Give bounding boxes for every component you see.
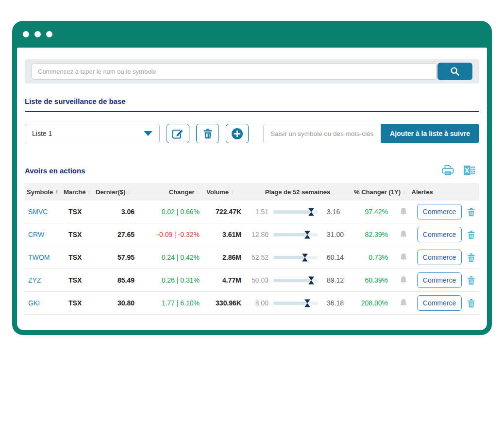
pct-change-1y-cell: 0.73% xyxy=(352,253,391,261)
range-slider-cell xyxy=(270,233,321,236)
range-slider-cell xyxy=(270,279,321,282)
trade-button-cell: Commerce xyxy=(416,295,463,311)
alert-bell-icon[interactable] xyxy=(391,206,416,217)
change-value: 0.26 | 0.31% xyxy=(162,276,200,284)
last-price-cell: 3.06 xyxy=(94,208,136,216)
window-dot-icon xyxy=(23,31,29,37)
add-to-watchlist-button[interactable]: Ajouter à la liste à suivre xyxy=(381,124,479,143)
range-high-cell: 3.16 xyxy=(321,208,352,216)
symbol-search-bar xyxy=(25,59,479,84)
hourglass-marker-icon xyxy=(308,208,315,216)
alert-bell-icon[interactable] xyxy=(391,252,416,263)
col-header-change[interactable]: Changer ↓ xyxy=(136,188,202,196)
excel-icon[interactable] xyxy=(463,165,475,176)
sort-desc-icon: ↓ xyxy=(88,188,91,196)
trash-icon xyxy=(203,128,213,139)
pct-change-1y-cell: 82.39% xyxy=(352,231,391,238)
trade-button[interactable]: Commerce xyxy=(417,204,462,219)
range-track xyxy=(273,302,318,305)
col-header-pct-change[interactable]: % Changer (1Y) ↓ xyxy=(352,188,408,196)
alert-bell-icon[interactable] xyxy=(391,298,416,308)
col-label: Changer xyxy=(169,188,195,196)
holdings-title: Avoirs en actions xyxy=(25,167,85,175)
watchlist-select[interactable]: Liste 1 xyxy=(25,124,160,143)
window-dot-icon xyxy=(46,31,52,37)
watchlist-title: Liste de surveillance de base xyxy=(25,97,126,105)
holdings-table: Symbole ↑ Marché ↓ Dernier($) ↓ Changer … xyxy=(25,183,479,315)
trade-button[interactable]: Commerce xyxy=(417,295,462,311)
delete-row-icon[interactable] xyxy=(463,230,479,239)
range-high-cell: 60.14 xyxy=(321,253,352,261)
table-body: SMVC TSX 3.06 0.02 | 0.66% 722.47K 1.51 … xyxy=(25,201,479,315)
symbol-link[interactable]: ZYZ xyxy=(25,276,62,284)
range-track xyxy=(273,256,318,259)
volume-cell: 722.47K xyxy=(202,208,243,216)
col-label: % Changer (1Y) xyxy=(354,188,401,196)
range-fill xyxy=(273,233,307,236)
table-row: CRW TSX 27.65 -0.09 | -0.32% 3.61M 12.80… xyxy=(25,223,479,246)
delete-row-icon[interactable] xyxy=(463,299,479,308)
delete-row-icon[interactable] xyxy=(463,253,479,262)
holdings-toolbar xyxy=(441,165,479,176)
chevron-down-icon xyxy=(144,131,152,136)
range-fill xyxy=(273,256,305,259)
symbol-link[interactable]: TWOM xyxy=(25,253,62,261)
window-dot-icon xyxy=(34,31,41,37)
table-row: GKI TSX 30.80 1.77 | 6.10% 330.96K 8.00 … xyxy=(25,292,479,315)
symbol-link[interactable]: SMVC xyxy=(25,208,62,216)
add-list-button[interactable] xyxy=(226,124,249,143)
printer-icon[interactable] xyxy=(441,165,454,176)
trade-button-cell: Commerce xyxy=(416,250,463,265)
range-track xyxy=(273,279,318,282)
page-content: Liste de surveillance de base Liste 1 xyxy=(17,48,487,330)
col-header-volume[interactable]: Volume ↓ xyxy=(202,188,243,196)
hourglass-marker-icon xyxy=(304,299,310,307)
table-row: SMVC TSX 3.06 0.02 | 0.66% 722.47K 1.51 … xyxy=(25,201,479,223)
last-price-cell: 85.49 xyxy=(94,276,136,284)
symbol-link[interactable]: GKI xyxy=(25,299,62,307)
range-high-cell: 31.00 xyxy=(321,231,352,238)
volume-cell: 4.77M xyxy=(202,276,243,284)
range-slider-cell xyxy=(270,256,321,259)
col-header-alerts: Alertes xyxy=(408,188,433,196)
volume-cell: 330.96K xyxy=(202,299,243,307)
sort-desc-icon: ↓ xyxy=(231,188,234,196)
market-cell: TSX xyxy=(62,253,94,261)
add-symbol-input[interactable] xyxy=(263,124,381,143)
watchlist-section-header: Liste de surveillance de base xyxy=(25,97,479,112)
col-header-symbol[interactable]: Symbole ↑ xyxy=(25,188,62,196)
change-cell: 0.26 | 0.31% xyxy=(136,276,202,284)
delete-row-icon[interactable] xyxy=(463,276,479,285)
browser-window: Liste de surveillance de base Liste 1 xyxy=(12,21,492,335)
last-price-cell: 57.95 xyxy=(94,253,136,261)
range-low-cell: 50.03 xyxy=(243,276,270,284)
plus-circle-icon xyxy=(231,127,244,140)
col-header-market[interactable]: Marché ↓ xyxy=(62,188,94,196)
hourglass-marker-icon xyxy=(308,276,315,285)
pct-change-1y-cell: 97.42% xyxy=(352,208,391,216)
range-high-cell: 89.12 xyxy=(321,276,352,284)
range-slider-cell xyxy=(270,210,321,214)
sort-desc-icon: ↓ xyxy=(403,188,406,196)
alert-bell-icon[interactable] xyxy=(391,229,416,240)
symbol-link[interactable]: CRW xyxy=(25,231,62,238)
alert-bell-icon[interactable] xyxy=(391,275,416,286)
search-button[interactable] xyxy=(437,63,472,80)
col-label: Symbole xyxy=(27,188,53,196)
trade-button[interactable]: Commerce xyxy=(417,272,462,288)
col-header-last[interactable]: Dernier($) ↓ xyxy=(94,188,136,196)
market-cell: TSX xyxy=(62,231,94,238)
edit-list-button[interactable] xyxy=(167,124,189,143)
trade-button[interactable]: Commerce xyxy=(417,227,462,242)
col-label: Dernier($) xyxy=(96,188,125,196)
delete-list-button[interactable] xyxy=(196,124,219,143)
trade-button[interactable]: Commerce xyxy=(417,250,462,265)
search-input[interactable] xyxy=(32,63,437,80)
delete-row-icon[interactable] xyxy=(463,207,479,217)
add-symbol-group: Ajouter à la liste à suivre xyxy=(263,124,479,143)
watchlist-select-value: Liste 1 xyxy=(32,130,52,137)
range-low-cell: 1.51 xyxy=(243,208,270,216)
range-track xyxy=(273,210,318,214)
hourglass-marker-icon xyxy=(302,253,308,262)
last-price-cell: 27.65 xyxy=(94,231,136,238)
